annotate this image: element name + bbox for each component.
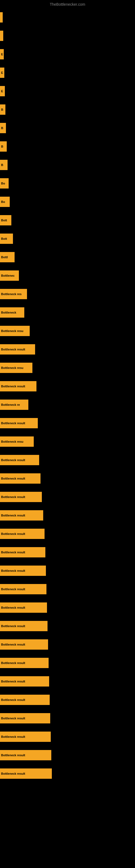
bar-item: Bottleneck result — [0, 547, 45, 557]
bar-row: Bott — [0, 229, 135, 248]
bar-row: Bo — [0, 174, 135, 193]
bars-container: EEEBBBBBoBoBottBottBottlBottlenecBottlen… — [0, 8, 135, 783]
bar-row: Bottleneck result — [0, 764, 135, 783]
bar-row: Bottl — [0, 248, 135, 267]
bar-item: E — [0, 49, 4, 59]
bar-item: Bottl — [0, 252, 14, 262]
bar-item: Bottleneck result — [0, 621, 48, 631]
bar-row: Bottlenec — [0, 267, 135, 285]
bar-row: Bottleneck result — [0, 727, 135, 746]
bar-item: Bottleneck result — [0, 732, 51, 742]
bar-item: B — [0, 104, 5, 115]
bar-item — [0, 31, 3, 41]
bar-item: Bottleneck resu — [0, 436, 34, 447]
bar-row: Bottleneck result — [0, 635, 135, 654]
bar-item: Bottleneck — [0, 307, 24, 318]
bar-row: Bottleneck result — [0, 488, 135, 506]
bar-item: Bottleneck resu — [0, 363, 32, 373]
bar-item: Bo — [0, 178, 9, 188]
bar-row: Bottleneck result — [0, 451, 135, 469]
bar-item: Bottleneck result — [0, 344, 35, 354]
bar-item: Bottleneck result — [0, 455, 39, 465]
bar-item: Bottleneck res — [0, 289, 27, 299]
bar-row — [0, 8, 135, 27]
bar-row: E — [0, 45, 135, 63]
bar-item: Bottleneck result — [0, 584, 46, 594]
bar-row: Bottleneck result — [0, 580, 135, 598]
bar-row: Bott — [0, 211, 135, 229]
bar-row: Bottleneck result — [0, 691, 135, 709]
bar-row: Bottleneck result — [0, 709, 135, 727]
bar-item: Bottleneck result — [0, 750, 51, 760]
bar-item: Bottleneck result — [0, 418, 38, 428]
bar-row: Bottleneck re — [0, 396, 135, 414]
bar-row: Bottleneck result — [0, 543, 135, 561]
bar-item: Bottleneck result — [0, 639, 48, 650]
bar-item: Bottleneck re — [0, 400, 28, 410]
bar-row: Bottleneck result — [0, 469, 135, 488]
bar-item: Bottleneck result — [0, 658, 49, 668]
bar-row: B — [0, 100, 135, 119]
bar-item: Bottleneck result — [0, 492, 42, 502]
bar-row: Bottleneck result — [0, 598, 135, 617]
bar-item: Bottleneck result — [0, 565, 46, 576]
bar-row: Bottleneck result — [0, 377, 135, 396]
bar-item: B — [0, 123, 6, 133]
bar-row: Bottleneck result — [0, 340, 135, 359]
bar-item: Bottleneck result — [0, 713, 50, 723]
bar-item: Bottlenec — [0, 271, 19, 281]
bar-item: Bott — [0, 215, 11, 225]
bar-row: Bottleneck resu — [0, 432, 135, 451]
bar-row: Bo — [0, 193, 135, 211]
bar-row: Bottleneck — [0, 303, 135, 322]
bar-item: B — [0, 160, 8, 170]
bar-item: Bottleneck result — [0, 695, 50, 705]
bar-item: Bottleneck result — [0, 473, 41, 484]
bar-row: Bottleneck result — [0, 654, 135, 672]
bar-item: Bo — [0, 197, 10, 207]
bar-row: Bottleneck result — [0, 617, 135, 635]
bar-item — [0, 12, 3, 23]
site-title: TheBottlenecker.com — [0, 0, 135, 9]
bar-item: Bottleneck result — [0, 769, 52, 779]
bar-item: Bottleneck result — [0, 510, 43, 521]
bar-item: E — [0, 67, 4, 78]
bar-row: Bottleneck result — [0, 561, 135, 580]
bar-row: Bottleneck resu — [0, 359, 135, 377]
bar-item: Bott — [0, 234, 13, 244]
bar-row: E — [0, 63, 135, 82]
bar-row: Bottleneck resu — [0, 322, 135, 340]
bar-row: Bottleneck result — [0, 506, 135, 525]
bar-row — [0, 27, 135, 45]
bar-row: Bottleneck res — [0, 285, 135, 303]
bar-row: Bottleneck result — [0, 746, 135, 764]
bar-item: Bottleneck result — [0, 529, 45, 539]
bar-row: Bottleneck result — [0, 414, 135, 432]
bar-item: E — [0, 86, 5, 96]
bar-item: Bottleneck result — [0, 602, 47, 613]
bar-row: E — [0, 82, 135, 100]
bar-item: Bottleneck resu — [0, 326, 30, 336]
bar-row: Bottleneck result — [0, 525, 135, 543]
bar-item: Bottleneck result — [0, 381, 37, 392]
bar-row: B — [0, 156, 135, 174]
bar-row: B — [0, 119, 135, 137]
bar-item: Bottleneck result — [0, 676, 49, 686]
bar-row: Bottleneck result — [0, 672, 135, 691]
bar-item: B — [0, 141, 7, 152]
bar-row: B — [0, 137, 135, 156]
